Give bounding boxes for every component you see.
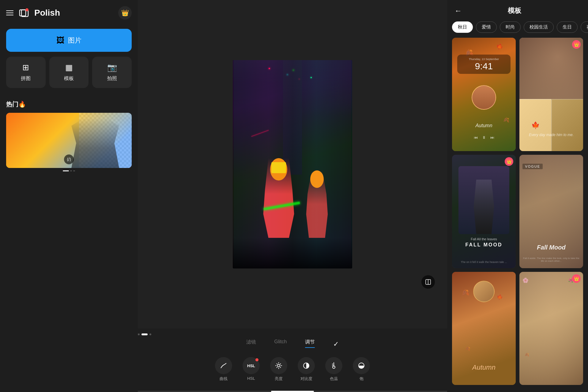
dot-3 [73,170,75,171]
template2-text: Every day made him to me. [519,133,583,138]
brightness-label: 亮度 [275,376,283,382]
pdot-2 [141,333,148,335]
template1-autumn: Autumn [452,123,516,128]
app-header: Polish 👑 [6,6,132,20]
hot-title: 热门🔥 [6,100,132,108]
menu-button[interactable] [6,10,13,15]
category-autumn[interactable]: 秋日 [452,21,473,33]
code-badge: ⟨/⟩ [64,154,74,164]
template6-crown: 👑 [572,274,581,283]
collage-label: 拼图 [21,75,31,82]
tab-filters-label: 滤镜 [246,339,256,345]
template4-text: Fall Mood [519,244,583,251]
hot-preview-image[interactable]: ⟨/⟩ [6,113,132,168]
tool-saturation[interactable]: 饱 [352,357,371,382]
progress-dots [138,333,447,335]
template-card-1[interactable]: 🍂 🍁 🍂 Thursday, 13 September 9:41 Autumn… [452,38,516,151]
svg-rect-0 [20,10,26,16]
template2-crown: 👑 [572,40,581,49]
tool-contrast[interactable]: 对比度 [297,357,315,382]
page-indicators [6,170,132,171]
category-campus[interactable]: 校园生活 [524,21,554,33]
category-birthday[interactable]: 生日 [557,21,578,33]
tool-brightness[interactable]: 亮度 [270,357,288,382]
camera-label: 拍照 [107,75,117,82]
confirm-button[interactable]: ✓ [333,339,339,349]
photos-button[interactable]: 🖼 图片 [6,29,132,52]
template3-mood: FALL MOOD [452,242,516,248]
curves-icon [215,357,232,374]
right-header: ← 模板 [447,0,588,21]
tools-row: 曲线 HSL HSL 亮度 [138,354,447,388]
left-panel: Polish 👑 🖼 图片 ⊞ 拼图 ▦ 模板 📷 拍照 热门🔥 [0,0,138,392]
hsl-icon: HSL [243,357,260,374]
tool-curves[interactable]: 曲线 [214,357,233,382]
photos-icon: 🖼 [56,36,64,45]
crown-icon: 👑 [121,9,129,17]
header-left: Polish [6,7,60,18]
template-icon: ▦ [65,63,73,72]
hsl-label: HSL [247,376,255,381]
pdot-3 [149,333,151,335]
template-card-3[interactable]: 👑 Fall All the leaves FALL MOOD The on i… [452,155,516,268]
template-card-5[interactable]: 🍂 🍁 🍂 Autumn [452,272,516,385]
brightness-icon [270,357,287,374]
tab-glitch[interactable]: Glitch [274,339,287,349]
right-panel: ← 模板 秋日 爱情 时尚 校园生活 生日 赛场 🍂 🍁 🍂 Thursday,… [447,0,588,392]
camera-button[interactable]: 📷 拍照 [92,57,132,88]
template1-date: Thursday, 13 September [460,58,508,61]
photos-label: 图片 [68,36,81,45]
back-button[interactable]: ← [454,6,462,15]
saturation-icon [353,357,370,374]
template-card-6[interactable]: 🌸 🌺 🍂 👑 [519,272,583,385]
curves-label: 曲线 [220,376,228,382]
pdot-1 [138,333,140,335]
tab-adjust-label: 调节 [305,339,315,345]
bottom-indicator [138,391,447,392]
app-title: Polish [34,8,60,18]
camera-icon: 📷 [107,63,117,72]
logo-icon [18,7,29,18]
template1-time: 9:41 [460,62,508,71]
panel-title: 模板 [468,6,561,15]
template-button[interactable]: ▦ 模板 [49,57,89,88]
category-love[interactable]: 爱情 [476,21,497,33]
tool-temperature[interactable]: 色温 [325,357,343,382]
tab-adjust[interactable]: 调节 [305,339,315,349]
saturation-label: 饱 [360,376,364,382]
edit-tab-row: 滤镜 Glitch 调节 ✓ [138,339,447,349]
tab-underline [305,347,315,348]
template5-text: Autumn [452,363,516,371]
secondary-buttons: ⊞ 拼图 ▦ 模板 📷 拍照 [6,57,132,88]
hsl-badge [255,358,258,361]
template-card-2[interactable]: 🍁 👑 Every day made him to me. [519,38,583,151]
contrast-label: 对比度 [300,376,312,382]
dot-1 [63,170,69,171]
canvas-image[interactable] [233,60,352,268]
tool-hsl[interactable]: HSL HSL [242,357,260,382]
glitch-overlay [233,60,352,268]
back-icon: ← [454,6,462,15]
svg-point-5 [277,364,280,367]
middle-panel: 滤镜 Glitch 调节 ✓ 曲线 [138,0,447,392]
canvas-area [138,0,447,329]
art-background [233,60,352,268]
template3-crown: 👑 [505,157,513,166]
svg-point-2 [25,8,28,11]
contrast-icon [298,357,315,374]
collage-button[interactable]: ⊞ 拼图 [6,57,46,88]
category-racing[interactable]: 赛场 [581,21,588,33]
collage-icon: ⊞ [22,63,29,72]
tab-filters[interactable]: 滤镜 [246,339,256,349]
category-fashion[interactable]: 时尚 [500,21,521,33]
templates-grid: 🍂 🍁 🍂 Thursday, 13 September 9:41 Autumn… [447,38,588,392]
dot-2 [70,170,72,171]
hot-section: 热门🔥 ⟨/⟩ [6,100,132,171]
crown-button[interactable]: 👑 [118,6,132,20]
bottom-tabs: 滤镜 Glitch 调节 ✓ 曲线 [138,329,447,391]
temperature-icon [325,357,342,374]
canvas-compare-button[interactable] [421,275,435,289]
template-card-4[interactable]: VOGUE Fall Mood Fall it aside. The line … [519,155,583,268]
template-label: 模板 [64,75,74,82]
tab-glitch-label: Glitch [274,339,287,344]
